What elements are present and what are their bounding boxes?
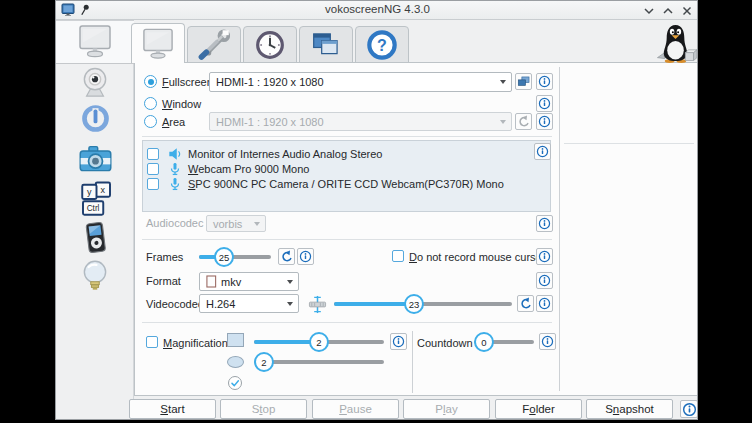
frames-reset-button[interactable] [278,248,295,265]
undo-icon [517,115,530,128]
magnification-size-slider[interactable]: 2 [254,332,384,352]
frames-info-button[interactable] [297,248,314,265]
separator [142,322,552,323]
mouse-cursor-info-button[interactable] [536,248,553,265]
footer-info-button[interactable] [680,400,698,418]
screen-icon [141,28,175,59]
window-title: vokoscreenNG 4.3.0 [56,3,698,15]
webcam-icon [78,66,112,98]
fullscreen-info-button[interactable] [536,73,553,90]
format-value: mkv [221,276,241,288]
sidebar-item-lightbulb[interactable] [56,258,134,293]
audio-info-button[interactable] [534,143,551,160]
area-display-value: HDMI-1 : 1920 x 1080 [216,116,324,128]
quality-reset-button[interactable] [517,295,534,312]
chevron-down-icon [287,302,293,306]
quality-slider[interactable]: 23 [334,294,512,314]
snapshot-button[interactable]: Snapshot [586,399,673,419]
chevron-down-icon [254,222,260,226]
magnification-oval-shape[interactable] [227,356,244,368]
lightbulb-icon [78,258,112,293]
camera-icon [78,143,113,175]
frames-slider-handle[interactable]: 25 [214,247,234,267]
format-label: Format [146,275,181,287]
maximize-button[interactable] [661,5,675,17]
window-radio[interactable] [144,97,157,110]
speaker-icon [168,147,182,161]
countdown-slider-handle[interactable]: 0 [474,332,494,352]
info-icon [538,115,551,128]
close-button[interactable] [680,5,694,17]
videocodec-info-button[interactable] [536,295,553,312]
undo-icon [519,297,532,310]
audio-device-checkbox-2[interactable] [147,178,159,190]
tab-screencast[interactable] [131,23,185,63]
desktop-background: vokoscreenNG 4.3.0 Fullscreen [0,0,752,423]
videocodec-select[interactable]: H.264 [199,294,299,313]
audiocodec-info-button[interactable] [536,215,553,232]
play-button: Play [403,399,490,419]
screen-icon [77,24,113,58]
info-icon [538,297,551,310]
magnification-size-value: 2 [316,337,321,348]
sidebar-item-hotkeys[interactable] [56,181,134,217]
format-info-button[interactable] [536,272,553,289]
magnification-info-button[interactable] [390,333,407,350]
fullscreen-radio[interactable] [144,75,157,88]
magnification-checkbox[interactable] [146,336,158,348]
audiocodec-label: Audiocodec [146,217,204,229]
fullscreen-display-value: HDMI-1 : 1920 x 1080 [216,76,324,88]
window-label: Window [162,98,201,110]
fullscreen-display-select[interactable]: HDMI-1 : 1920 x 1080 [209,72,512,92]
sidebar-item-screen[interactable] [56,24,134,58]
pause-button: Pause [312,399,399,419]
frames-value: 25 [219,252,230,263]
shade-button[interactable] [642,5,656,17]
info-icon [392,335,405,348]
frames-slider-track[interactable] [199,255,271,259]
title-bar[interactable]: vokoscreenNG 4.3.0 [56,1,698,20]
chevron-down-icon [500,80,506,84]
separator [564,143,694,144]
format-select[interactable]: mkv [199,272,299,291]
magnification-size-handle[interactable]: 2 [309,332,329,352]
frames-label: Frames [146,251,183,263]
tab-windows[interactable] [299,26,353,63]
magnification-zoom-slider[interactable]: 2 [254,352,384,372]
mouse-cursor-checkbox[interactable] [392,250,404,262]
audio-device-checkbox-0[interactable] [147,148,159,160]
videocodec-value: H.264 [206,298,235,310]
quality-slider-handle[interactable]: 23 [404,294,424,314]
magnification-zoom-handle[interactable]: 2 [254,352,274,372]
info-icon [538,250,551,263]
stop-button: Stop [220,399,307,419]
tab-tools[interactable] [187,26,241,63]
all-screens-button[interactable] [515,73,532,90]
area-info-button[interactable] [536,113,553,130]
countdown-slider[interactable]: 0 [474,332,534,352]
sidebar-item-timer[interactable] [56,103,134,134]
tab-help[interactable] [355,26,409,63]
window-info-button[interactable] [536,95,553,112]
chevron-down-icon [287,280,293,284]
info-icon [538,217,551,230]
area-radio[interactable] [144,115,157,128]
start-button[interactable]: Start [129,399,216,419]
tux-logo [653,22,698,63]
magnification-label: Magnification [163,337,228,349]
fullscreen-label: Fullscreen [162,76,213,88]
check-icon [229,377,241,389]
magnification-rect-shape[interactable] [227,333,244,347]
folder-button[interactable]: Folder [495,399,582,419]
audiocodec-value: vorbis [213,218,242,230]
sidebar-item-webcam[interactable] [56,66,134,98]
info-icon [541,335,554,348]
tab-timer[interactable] [243,26,297,63]
countdown-info-button[interactable] [539,333,556,350]
frames-slider[interactable]: 25 [199,247,271,267]
sidebar-item-player[interactable] [56,221,134,254]
sidebar-item-camera[interactable] [56,143,134,175]
magnification-frame-toggle[interactable] [228,376,242,390]
chevron-down-icon [500,120,506,124]
audio-device-checkbox-1[interactable] [147,163,159,175]
